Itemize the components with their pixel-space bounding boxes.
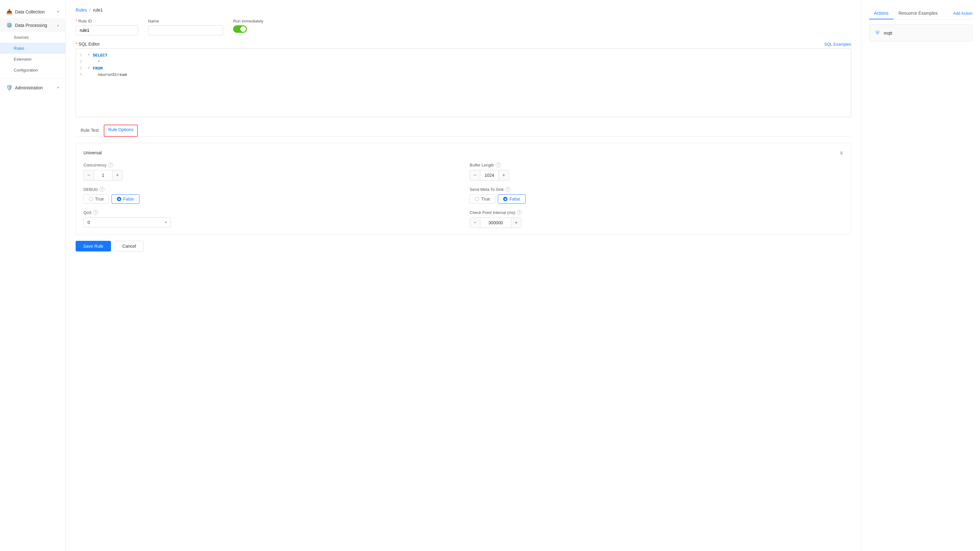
required-marker: *: [76, 41, 78, 46]
bottom-tabs: Rule Test Rule Options: [76, 125, 851, 137]
send-meta-true-circle: [475, 197, 479, 201]
concurrency-value: 1: [94, 170, 113, 180]
buffer-length-label: Buffer Length ?: [470, 162, 843, 167]
run-immediately-group: Run immediately: [233, 19, 263, 33]
add-action-button[interactable]: Add Action: [953, 8, 972, 19]
debug-false-circle: [117, 197, 121, 201]
sidebar-sub-item-rules[interactable]: Rules: [0, 43, 65, 54]
send-meta-true-label: True: [481, 197, 490, 202]
send-meta-true-radio[interactable]: True: [470, 194, 495, 204]
debug-true-radio[interactable]: True: [83, 194, 109, 204]
concurrency-label: Concurrency ?: [83, 162, 457, 167]
sidebar-item-data-processing[interactable]: ⚙️ Data Processing ▴: [0, 18, 65, 32]
qos-chevron-icon: ▾: [165, 220, 167, 225]
administration-icon: 🛡️: [6, 85, 13, 91]
options-section-title: Universal: [83, 150, 102, 155]
checkpoint-group: Check Point Interval (ms) ? − 300000 +: [470, 210, 843, 228]
qos-help-icon[interactable]: ?: [93, 210, 98, 215]
checkpoint-increment[interactable]: +: [511, 218, 521, 228]
resource-card[interactable]: mqtt: [869, 24, 972, 41]
name-group: Name: [148, 19, 223, 35]
sidebar-divider: [0, 78, 65, 78]
debug-label: DEBUG ?: [83, 187, 457, 192]
sidebar-sub-item-sources[interactable]: Sources: [0, 32, 65, 43]
rule-options-panel: Universal ∨ Concurrency ? − 1 +: [76, 143, 851, 235]
options-header[interactable]: Universal ∨: [83, 149, 843, 156]
buffer-length-decrement[interactable]: −: [470, 170, 480, 180]
buffer-length-help-icon[interactable]: ?: [496, 162, 501, 167]
form-row-top: * Rule ID Name Run immediately: [76, 19, 851, 35]
rule-id-input[interactable]: [76, 25, 138, 35]
sidebar: 📥 Data Collection ▾ ⚙️ Data Processing ▴…: [0, 0, 65, 551]
rule-id-label: * Rule ID: [76, 19, 138, 24]
name-label: Name: [148, 19, 223, 24]
send-meta-help-icon[interactable]: ?: [505, 187, 510, 192]
sidebar-item-label: Data Processing: [15, 23, 47, 28]
sql-line-3: 3 ∨ FROM: [80, 65, 847, 72]
sidebar-item-data-collection[interactable]: 📥 Data Collection ▾: [0, 5, 65, 18]
sidebar-sub-item-extension[interactable]: Extension: [0, 54, 65, 65]
data-collection-icon: 📥: [6, 9, 13, 15]
bottom-actions: Save Rule Cancel: [76, 241, 851, 264]
qos-label: QoS ?: [83, 210, 457, 215]
tab-actions[interactable]: Actions: [869, 8, 893, 19]
cancel-button[interactable]: Cancel: [115, 241, 144, 251]
mqtt-icon: [874, 29, 881, 37]
debug-false-radio[interactable]: False: [111, 194, 139, 204]
right-panel-tabs: Actions Resuorce Examples Add Action: [869, 8, 972, 19]
send-meta-false-radio[interactable]: False: [498, 194, 525, 204]
rule-id-group: * Rule ID: [76, 19, 138, 35]
qos-select[interactable]: 0 ▾: [83, 218, 171, 227]
sidebar-sub-item-configuration[interactable]: Configuration: [0, 65, 65, 76]
breadcrumb-separator: /: [89, 8, 91, 13]
toggle-slider: [233, 25, 247, 33]
sql-editor-box[interactable]: 1 ∨ SELECT 2 ∨ * 3 ∨ FROM: [76, 48, 851, 117]
sidebar-item-administration[interactable]: 🛡️ Administration ▾: [0, 81, 65, 94]
tab-rule-options[interactable]: Rule Options: [104, 125, 138, 137]
sql-editor-section: * SQL Editor SQL Examples 1 ∨ SELECT 2 ∨: [76, 41, 851, 117]
concurrency-help-icon[interactable]: ?: [108, 162, 113, 167]
debug-false-label: False: [123, 197, 134, 202]
sql-line-1: 1 ∨ SELECT: [80, 52, 847, 59]
buffer-length-stepper: − 1024 +: [470, 170, 509, 181]
concurrency-decrement[interactable]: −: [84, 170, 94, 180]
concurrency-stepper: − 1 +: [83, 170, 123, 181]
concurrency-increment[interactable]: +: [113, 170, 123, 180]
qos-group: QoS ? 0 ▾: [83, 210, 457, 228]
breadcrumb-current: rule1: [93, 8, 103, 13]
send-meta-false-circle: [503, 197, 508, 201]
buffer-length-group: Buffer Length ? − 1024 +: [470, 162, 843, 181]
buffer-length-increment[interactable]: +: [499, 170, 509, 180]
run-immediately-toggle[interactable]: [233, 25, 247, 33]
save-rule-button[interactable]: Save Rule: [76, 241, 111, 251]
chevron-up-icon: ▴: [57, 23, 59, 27]
send-meta-radio-group: True False: [470, 194, 843, 204]
checkpoint-value: 300000: [480, 218, 511, 228]
sql-line-2: 2 ∨ *: [80, 59, 847, 65]
run-immediately-label: Run immediately: [233, 19, 263, 24]
checkpoint-stepper: − 300000 +: [470, 218, 522, 228]
sidebar-item-label: Administration: [15, 85, 43, 90]
collapse-icon: ∨: [839, 149, 843, 156]
sql-editor-label: * SQL Editor: [76, 41, 100, 46]
tab-rule-test[interactable]: Rule Test: [76, 125, 104, 137]
send-meta-group: Send Meta To Sink ? True False: [470, 187, 843, 204]
checkpoint-help-icon[interactable]: ?: [517, 210, 522, 215]
right-sidebar: Actions Resuorce Examples Add Action: [861, 0, 980, 551]
main-area: Rules / rule1 * Rule ID Name: [65, 0, 980, 551]
name-input[interactable]: [148, 25, 223, 35]
concurrency-group: Concurrency ? − 1 +: [83, 162, 457, 181]
form-area: Rules / rule1 * Rule ID Name: [65, 0, 861, 551]
qos-value: 0: [88, 220, 90, 225]
send-meta-false-label: False: [509, 197, 520, 202]
data-processing-icon: ⚙️: [6, 22, 13, 28]
breadcrumb-parent[interactable]: Rules: [76, 8, 87, 13]
tab-resource-examples[interactable]: Resuorce Examples: [893, 8, 942, 19]
debug-radio-group: True False: [83, 194, 457, 204]
debug-help-icon[interactable]: ?: [99, 187, 104, 192]
checkpoint-decrement[interactable]: −: [470, 218, 480, 228]
resource-name: mqtt: [884, 30, 892, 36]
checkpoint-label: Check Point Interval (ms) ?: [470, 210, 843, 215]
send-meta-label: Send Meta To Sink ?: [470, 187, 843, 192]
sql-examples-link[interactable]: SQL Examples: [824, 42, 851, 46]
